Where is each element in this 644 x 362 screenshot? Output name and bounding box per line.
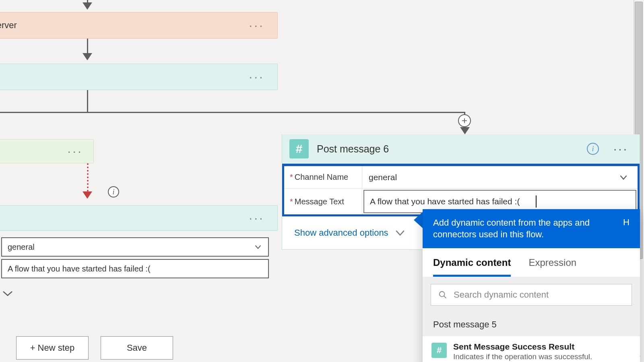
channel-name-row: * Channel Name general xyxy=(284,166,638,189)
flyout-header-text: Add dynamic content from the apps and co… xyxy=(433,217,612,240)
tab-dynamic-content-label: Dynamic content xyxy=(433,257,511,268)
text-caret xyxy=(536,195,537,208)
flyout-item-sub: Indicates if the operation was successfu… xyxy=(453,352,592,361)
slack-hash-icon: # xyxy=(289,139,309,158)
slack-hash-icon: # xyxy=(431,343,447,358)
channel-select-left[interactable]: general xyxy=(1,237,269,257)
flyout-item-success-result[interactable]: # Sent Message Success Result Indicates … xyxy=(423,336,640,362)
editor-focused-fields: * Channel Name general * Message Text xyxy=(282,164,640,216)
action-editor-header[interactable]: # Post message 6 i ··· xyxy=(282,134,640,164)
arrow-down-icon xyxy=(460,127,470,134)
channel-name-label-text: Channel Name xyxy=(295,173,348,182)
failure-arrow-down-icon xyxy=(83,191,92,199)
svg-point-0 xyxy=(440,292,445,297)
dynamic-content-flyout: Add dynamic content from the apps and co… xyxy=(423,209,640,362)
flyout-search-wrap xyxy=(423,277,640,313)
advanced-toggle-left[interactable] xyxy=(2,290,14,299)
action-card-small[interactable]: ··· xyxy=(0,139,94,163)
flyout-search[interactable] xyxy=(431,284,632,306)
tab-expression[interactable]: Expression xyxy=(528,257,576,277)
connector-line xyxy=(87,39,88,53)
action-card-step5[interactable]: 5 ··· xyxy=(0,64,278,90)
message-text-value: A flow that you have started has failed … xyxy=(370,197,520,206)
branch-line xyxy=(0,112,464,113)
flyout-header-side[interactable]: H xyxy=(619,217,630,228)
message-input-left[interactable]: A flow that you have started has failed … xyxy=(1,259,269,278)
tab-dynamic-content[interactable]: Dynamic content xyxy=(433,257,511,277)
more-icon[interactable]: ··· xyxy=(246,212,267,224)
required-asterisk: * xyxy=(290,197,293,206)
channel-select-left-value: general xyxy=(8,243,35,252)
save-button-label: Save xyxy=(127,343,147,353)
action-card-http-label: and ping HTTP server xyxy=(0,20,17,31)
info-icon[interactable]: i xyxy=(587,143,599,155)
flyout-section-title: Post message 5 xyxy=(423,313,640,336)
channel-name-value: general xyxy=(369,173,397,182)
chevron-down-icon[interactable] xyxy=(618,172,636,183)
connector-line xyxy=(87,90,88,112)
arrow-down-icon xyxy=(83,2,92,10)
add-step-button[interactable]: + xyxy=(458,114,471,127)
new-step-button-label: + New step xyxy=(30,343,75,353)
flyout-pointer-icon xyxy=(414,212,423,228)
flyout-search-input[interactable] xyxy=(453,289,624,300)
chevron-down-icon xyxy=(395,229,405,237)
flyout-header: Add dynamic content from the apps and co… xyxy=(423,209,640,248)
more-icon[interactable]: ··· xyxy=(246,71,267,83)
channel-name-label: * Channel Name xyxy=(284,166,362,188)
chevron-down-icon xyxy=(254,243,262,251)
more-icon[interactable]: ··· xyxy=(65,145,85,157)
info-icon[interactable]: i xyxy=(108,186,119,197)
tab-expression-label: Expression xyxy=(528,257,576,268)
action-card-http[interactable]: and ping HTTP server ··· xyxy=(0,12,278,39)
action-card-step4[interactable]: 4 ··· xyxy=(0,205,278,231)
new-step-button[interactable]: + New step xyxy=(16,336,89,360)
message-input-left-value: A flow that you have started has failed … xyxy=(8,264,151,274)
save-button[interactable]: Save xyxy=(101,336,173,360)
more-icon[interactable]: ··· xyxy=(609,144,632,153)
action-editor-title: Post message 6 xyxy=(317,143,579,155)
required-asterisk: * xyxy=(290,173,293,182)
show-advanced-options-label: Show advanced options xyxy=(294,228,388,238)
search-icon xyxy=(438,290,447,299)
flyout-item-title: Sent Message Success Result xyxy=(453,342,592,352)
message-text-label: * Message Text xyxy=(284,189,362,214)
arrow-down-icon xyxy=(83,53,92,60)
channel-name-field[interactable]: general xyxy=(362,166,638,188)
more-icon[interactable]: ··· xyxy=(246,19,267,31)
svg-line-1 xyxy=(444,296,446,298)
message-text-label-text: Message Text xyxy=(295,197,344,206)
flyout-item-text: Sent Message Success Result Indicates if… xyxy=(453,342,592,361)
failure-connector-line xyxy=(87,163,89,191)
flyout-tabs: Dynamic content Expression xyxy=(423,248,640,277)
